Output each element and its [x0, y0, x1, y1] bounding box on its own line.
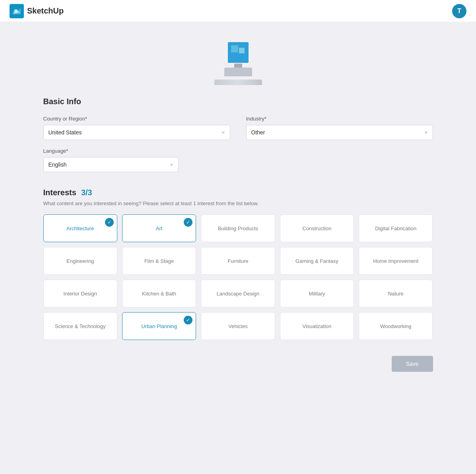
- avatar-head: [228, 42, 249, 63]
- language-select[interactable]: English ×: [43, 157, 179, 172]
- interest-card-interior-design[interactable]: Interior Design: [43, 280, 117, 307]
- interest-label-furniture: Furniture: [227, 258, 248, 264]
- country-group: Country or Region* United States ×: [43, 116, 230, 140]
- interest-card-military[interactable]: Military: [280, 280, 354, 307]
- interests-count: 3/3: [81, 188, 92, 197]
- interest-card-kitchen-bath[interactable]: Kitchen & Bath: [122, 280, 196, 307]
- language-value: English: [49, 161, 67, 168]
- industry-group: Industry* Other ×: [246, 116, 433, 140]
- app-name: SketchUp: [27, 6, 64, 16]
- interest-label-art: Art: [156, 225, 163, 231]
- profile-avatar[interactable]: [220, 42, 256, 78]
- interests-title: Interests: [43, 188, 76, 197]
- save-button[interactable]: Save: [392, 356, 433, 372]
- interest-card-landscape-design[interactable]: Landscape Design: [201, 280, 275, 307]
- user-avatar-button[interactable]: T: [452, 4, 466, 18]
- main-content: Basic Info Country or Region* United Sta…: [19, 22, 457, 396]
- interest-card-film-stage[interactable]: Film & Stage: [122, 247, 196, 275]
- navbar: SketchUp T: [0, 0, 476, 22]
- interest-label-building-products: Building Products: [218, 225, 258, 231]
- basic-info-title: Basic Info: [43, 97, 433, 106]
- interest-label-kitchen-bath: Kitchen & Bath: [142, 291, 176, 297]
- save-button-row: Save: [43, 356, 433, 372]
- interest-card-woodworking[interactable]: Woodworking: [359, 312, 433, 340]
- interest-card-gaming-fantasy[interactable]: Gaming & Fantasy: [280, 247, 354, 275]
- basic-info-section: Basic Info Country or Region* United Sta…: [43, 97, 433, 172]
- logo[interactable]: SketchUp: [10, 4, 64, 18]
- interest-card-digital-fabrication[interactable]: Digital Fabrication: [359, 214, 433, 242]
- country-industry-row: Country or Region* United States × Indus…: [43, 116, 433, 140]
- language-label: Language*: [43, 148, 230, 154]
- interest-card-art[interactable]: ✓Art: [122, 214, 196, 242]
- check-badge-art: ✓: [184, 218, 192, 227]
- industry-value: Other: [251, 129, 265, 136]
- interest-label-military: Military: [309, 291, 325, 297]
- interest-label-gaming-fantasy: Gaming & Fantasy: [295, 258, 338, 264]
- interest-card-building-products[interactable]: Building Products: [201, 214, 275, 242]
- interests-grid: ✓Architecture✓ArtBuilding ProductsConstr…: [43, 214, 433, 340]
- sketchup-logo-icon: [10, 4, 24, 18]
- interests-section: Interests 3/3 What content are you inter…: [43, 188, 433, 340]
- country-select[interactable]: United States ×: [43, 125, 230, 140]
- interest-label-nature: Nature: [388, 291, 404, 297]
- interest-label-landscape-design: Landscape Design: [217, 291, 260, 297]
- interest-label-home-improvement: Home Improvement: [373, 258, 418, 264]
- interests-subtitle: What content are you interested in seein…: [43, 200, 433, 206]
- profile-name-blurred: [214, 80, 262, 85]
- interest-label-film-stage: Film & Stage: [144, 258, 174, 264]
- industry-label: Industry*: [246, 116, 433, 122]
- interests-header: Interests 3/3: [43, 188, 433, 197]
- interest-card-furniture[interactable]: Furniture: [201, 247, 275, 275]
- interest-label-urban-planning: Urban Planning: [141, 323, 177, 329]
- interest-label-science-technology: Science & Technology: [55, 323, 106, 329]
- interest-label-construction: Construction: [302, 225, 331, 231]
- country-clear-icon[interactable]: ×: [221, 129, 225, 136]
- interest-card-architecture[interactable]: ✓Architecture: [43, 214, 117, 242]
- language-clear-icon[interactable]: ×: [170, 161, 173, 168]
- interest-label-architecture: Architecture: [66, 225, 94, 231]
- profile-section: [43, 34, 433, 97]
- interest-label-visualization: Visualization: [303, 323, 332, 329]
- language-row: Language* English ×: [43, 148, 433, 172]
- language-group: Language* English ×: [43, 148, 230, 172]
- interest-card-science-technology[interactable]: Science & Technology: [43, 312, 117, 340]
- interest-label-digital-fabrication: Digital Fabrication: [375, 225, 416, 231]
- interest-card-construction[interactable]: Construction: [280, 214, 354, 242]
- avatar-neck: [234, 64, 242, 68]
- interest-card-home-improvement[interactable]: Home Improvement: [359, 247, 433, 275]
- check-badge-urban-planning: ✓: [184, 316, 192, 324]
- interest-card-vehicles[interactable]: Vehicles: [201, 312, 275, 340]
- svg-rect-1: [14, 10, 17, 13]
- interest-label-engineering: Engineering: [66, 258, 94, 264]
- interest-card-urban-planning[interactable]: ✓Urban Planning: [122, 312, 196, 340]
- country-label: Country or Region*: [43, 116, 230, 122]
- country-value: United States: [49, 129, 82, 136]
- interest-label-interior-design: Interior Design: [63, 291, 97, 297]
- interest-label-woodworking: Woodworking: [380, 323, 412, 329]
- interest-card-nature[interactable]: Nature: [359, 280, 433, 307]
- interest-label-vehicles: Vehicles: [228, 323, 247, 329]
- interest-card-engineering[interactable]: Engineering: [43, 247, 117, 275]
- industry-select[interactable]: Other ×: [246, 125, 433, 140]
- industry-clear-icon[interactable]: ×: [424, 129, 427, 136]
- empty-placeholder: [246, 148, 433, 172]
- avatar-body: [224, 68, 252, 76]
- check-badge-architecture: ✓: [105, 218, 114, 227]
- interest-card-visualization[interactable]: Visualization: [280, 312, 354, 340]
